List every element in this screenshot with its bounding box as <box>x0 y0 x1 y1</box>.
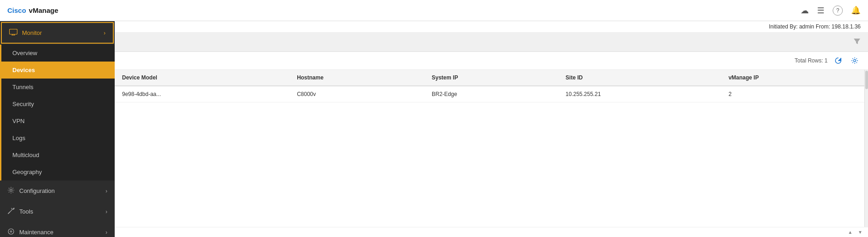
scroll-up-btn[interactable]: ▲ <box>846 229 854 236</box>
table-toolbar: Total Rows: 1 <box>115 52 868 70</box>
sidebar-item-label-tools: Tools <box>19 208 33 215</box>
submenu-item-geography[interactable]: Geography <box>1 164 115 181</box>
toolbar <box>115 33 868 52</box>
submenu-item-tunnels[interactable]: Tunnels <box>1 79 115 96</box>
submenu-item-security[interactable]: Security <box>1 96 115 113</box>
session-info-text: Initiated By: admin From: 198.18.1.36 <box>769 23 861 30</box>
scroll-controls: ▲ ▼ <box>115 227 868 237</box>
col-site-id: Site ID <box>558 70 721 86</box>
scrollbar-thumb[interactable] <box>865 71 868 89</box>
table-area: Device Model Hostname System IP Site ID … <box>115 70 868 227</box>
maintenance-icon <box>7 228 15 237</box>
total-rows-label: Total Rows: 1 <box>795 57 828 64</box>
submenu-monitor: Overview Devices Tunnels Security VPN Lo… <box>0 45 115 181</box>
cloud-icon[interactable]: ☁ <box>801 6 809 16</box>
brand-name: Cisco <box>7 6 26 14</box>
submenu-item-overview[interactable]: Overview <box>1 45 115 62</box>
sidebar-item-label-maintenance: Maintenance <box>19 229 53 236</box>
top-header: Cisco vManage ☁ ☰ ? 🔔 <box>0 0 868 21</box>
help-icon[interactable]: ? <box>833 6 843 16</box>
cell-site-id: 2 <box>721 86 868 102</box>
column-settings-icon[interactable] <box>849 55 861 67</box>
submenu-item-logs[interactable]: Logs <box>1 130 115 147</box>
col-hostname: Hostname <box>289 70 424 86</box>
submenu-item-devices[interactable]: Devices <box>1 62 115 79</box>
cell-hostname: BR2-Edge <box>424 86 558 102</box>
scrollbar-track <box>864 70 868 227</box>
filter-icon[interactable] <box>853 38 861 47</box>
col-vmanage-ip: vManage IP <box>721 70 868 86</box>
app-root: Cisco vManage ☁ ☰ ? 🔔 <box>0 0 868 237</box>
col-system-ip: System IP <box>424 70 558 86</box>
tools-icon <box>7 207 15 216</box>
refresh-icon[interactable] <box>832 55 844 67</box>
cell-device-model: C8000v <box>289 86 424 102</box>
config-icon <box>7 186 15 195</box>
scroll-down-btn[interactable]: ▼ <box>856 229 864 236</box>
svg-point-13 <box>854 60 856 62</box>
session-bar: Initiated By: admin From: 198.18.1.36 <box>115 21 868 33</box>
table-row[interactable]: 9e98-4dbd-aa... C8000v BR2-Edge 10.255.2… <box>115 86 868 102</box>
header-actions: ☁ ☰ ? 🔔 <box>801 6 861 16</box>
sidebar-item-maintenance[interactable]: Maintenance › <box>0 222 115 237</box>
svg-point-4 <box>10 189 12 192</box>
main-content: Initiated By: admin From: 198.18.1.36 To… <box>115 21 868 237</box>
brand-logo: Cisco vManage <box>7 6 58 14</box>
bell-icon[interactable]: 🔔 <box>851 6 861 15</box>
monitor-icon <box>9 29 17 37</box>
tools-chevron: › <box>106 209 107 215</box>
devices-table: Device Model Hostname System IP Site ID … <box>115 70 868 102</box>
sidebar-item-monitor[interactable]: Monitor › <box>1 22 114 44</box>
monitor-chevron: › <box>104 30 106 36</box>
submenu-item-multicloud[interactable]: Multicloud <box>1 147 115 164</box>
sidebar-item-configuration[interactable]: Configuration › <box>0 181 115 201</box>
cell-uuid: 9e98-4dbd-aa... <box>115 86 289 102</box>
sidebar-item-tools[interactable]: Tools › <box>0 201 115 222</box>
table-header-row: Device Model Hostname System IP Site ID … <box>115 70 868 86</box>
menu-icon[interactable]: ☰ <box>817 6 824 16</box>
config-chevron: › <box>106 188 107 194</box>
submenu-item-vpn[interactable]: VPN <box>1 113 115 130</box>
col-device-model: Device Model <box>115 70 289 86</box>
sidebar: Monitor › Overview Devices Tunnels Secur… <box>0 21 115 237</box>
cell-system-ip: 10.255.255.21 <box>558 86 721 102</box>
svg-rect-0 <box>10 29 17 34</box>
sidebar-item-label-configuration: Configuration <box>19 187 55 194</box>
app-title: vManage <box>29 6 58 14</box>
maintenance-chevron: › <box>106 229 107 236</box>
app-body: Monitor › Overview Devices Tunnels Secur… <box>0 21 868 237</box>
sidebar-item-label-monitor: Monitor <box>22 29 42 36</box>
